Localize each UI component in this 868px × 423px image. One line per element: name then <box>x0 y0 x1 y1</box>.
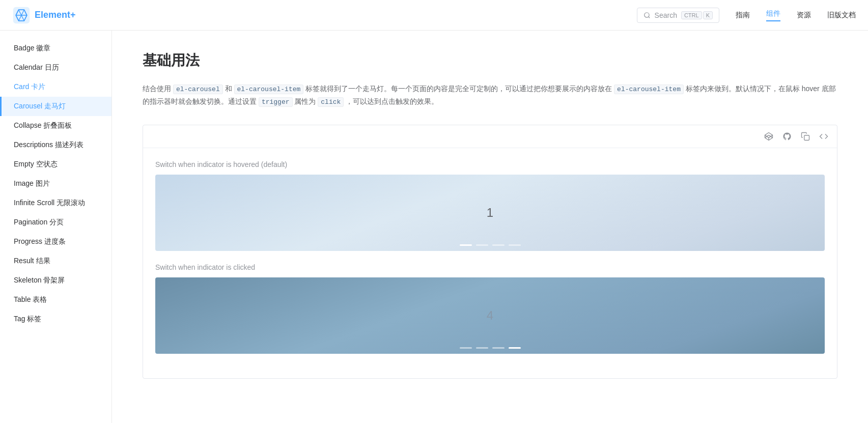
header-nav: Search CTRL K 指南 组件 资源 旧版文档 <box>637 8 856 23</box>
demo-content: Switch when indicator is hovered (defaul… <box>143 148 837 378</box>
carousel-click-section: Switch when indicator is clicked 4 <box>155 263 825 354</box>
nav-legacy[interactable]: 旧版文档 <box>827 11 856 20</box>
sidebar-item-result[interactable]: Result 结果 <box>0 251 111 271</box>
carousel-indicator-4[interactable] <box>509 244 521 246</box>
svg-point-1 <box>644 12 649 17</box>
nav-components[interactable]: 组件 <box>766 9 780 21</box>
carousel-click-indicator-2[interactable] <box>476 347 488 349</box>
sidebar-item-progress[interactable]: Progress 进度条 <box>0 232 111 251</box>
sidebar-item-image[interactable]: Image 图片 <box>0 174 111 193</box>
demo-toolbar <box>143 125 837 148</box>
carousel-indicator-2[interactable] <box>476 244 488 246</box>
header: Element+ Search CTRL K 指南 组件 资源 旧版文档 <box>0 0 868 31</box>
carousel-click-label: Switch when indicator is clicked <box>155 263 825 271</box>
carousel-slide-number: 1 <box>487 206 493 220</box>
carousel-indicator-3[interactable] <box>492 244 505 246</box>
carousel-click-indicator-4[interactable] <box>509 347 521 349</box>
carousel-hover-label: Switch when indicator is hovered (defaul… <box>155 160 825 168</box>
sidebar-item-badge[interactable]: Badge 徽章 <box>0 39 111 58</box>
page-title: 基础用法 <box>143 51 837 70</box>
demo-card: Switch when indicator is hovered (defaul… <box>143 125 837 379</box>
carousel-click-wrapper[interactable]: 4 <box>155 277 825 354</box>
sidebar-item-descriptions[interactable]: Descriptions 描述列表 <box>0 135 111 155</box>
sidebar-item-calendar[interactable]: Calendar 日历 <box>0 58 111 77</box>
search-kbd: CTRL K <box>681 11 713 19</box>
svg-rect-6 <box>804 135 809 140</box>
carousel-click-indicator-3[interactable] <box>492 347 505 349</box>
copy-icon[interactable] <box>800 131 810 142</box>
search-icon <box>643 12 651 19</box>
carousel-hover-slide: 1 <box>155 175 825 251</box>
carousel-click-indicators <box>460 347 521 349</box>
code-icon[interactable] <box>819 131 829 142</box>
logo-text: Element+ <box>35 10 76 20</box>
main-content: 基础用法 结合使用 el-carousel 和 el-carousel-item… <box>112 31 868 423</box>
nav-resources[interactable]: 资源 <box>797 11 811 20</box>
sidebar: Badge 徽章 Calendar 日历 Card 卡片 Carousel 走马… <box>0 31 112 423</box>
carousel-indicator-1[interactable] <box>460 244 472 246</box>
carousel-click-slide: 4 <box>155 277 825 354</box>
carousel-click-indicator-1[interactable] <box>460 347 472 349</box>
carousel-click-slide-number: 4 <box>487 308 493 323</box>
search-label: Search <box>655 11 677 19</box>
kbd-k: K <box>703 11 713 19</box>
search-bar[interactable]: Search CTRL K <box>637 8 719 23</box>
sidebar-item-pagination[interactable]: Pagination 分页 <box>0 213 111 232</box>
codepen-icon[interactable] <box>764 131 774 142</box>
sidebar-item-table[interactable]: Table 表格 <box>0 290 111 309</box>
logo[interactable]: Element+ <box>12 6 76 24</box>
logo-icon <box>12 6 31 24</box>
sidebar-item-infinite-scroll[interactable]: Infinite Scroll 无限滚动 <box>0 193 111 213</box>
carousel-hover-indicators <box>460 244 521 246</box>
layout: Badge 徽章 Calendar 日历 Card 卡片 Carousel 走马… <box>0 31 868 423</box>
sidebar-item-collapse[interactable]: Collapse 折叠面板 <box>0 116 111 135</box>
github-icon[interactable] <box>782 131 792 142</box>
nav-guide[interactable]: 指南 <box>736 11 750 20</box>
sidebar-item-empty[interactable]: Empty 空状态 <box>0 155 111 174</box>
carousel-hover-section: Switch when indicator is hovered (defaul… <box>155 160 825 251</box>
sidebar-item-skeleton[interactable]: Skeleton 骨架屏 <box>0 271 111 290</box>
description: 结合使用 el-carousel 和 el-carousel-item 标签就得… <box>143 82 837 108</box>
kbd-ctrl: CTRL <box>681 11 702 19</box>
sidebar-item-tag[interactable]: Tag 标签 <box>0 309 111 329</box>
sidebar-item-card[interactable]: Card 卡片 <box>0 77 111 97</box>
carousel-hover-wrapper[interactable]: 1 <box>155 175 825 251</box>
sidebar-item-carousel[interactable]: Carousel 走马灯 <box>0 97 111 116</box>
